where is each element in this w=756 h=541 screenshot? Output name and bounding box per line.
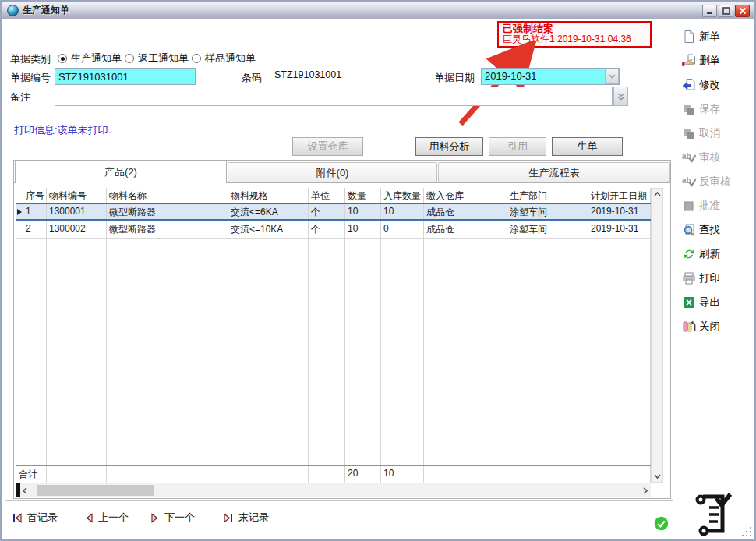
total-label: 合计 (16, 466, 47, 483)
horizontal-scroll-thumb[interactable] (37, 485, 154, 496)
cancel-button[interactable]: 取消 (682, 125, 752, 142)
selected-row-marker-icon (16, 204, 23, 219)
close-button[interactable] (735, 5, 750, 17)
first-record-icon (12, 513, 23, 523)
scroll-left-icon[interactable] (23, 487, 27, 494)
col-qty: 数量 (345, 188, 381, 203)
print-button[interactable]: 打印 (682, 270, 752, 287)
next-record-icon (150, 513, 160, 523)
new-doc-button[interactable]: 新单 (682, 28, 752, 45)
detail-panel: 产品(2) 附件(0) 生产流程表 序号 物料编号 物料名称 物料规格 单位 数… (13, 160, 671, 499)
client-area: 已强制结案 巨灵鸟软件1 2019-10-31 04:36 单据类别 生产通知单… (2, 19, 754, 539)
scroll-up-icon[interactable] (654, 192, 661, 196)
bottom-divider (5, 500, 673, 502)
total-in-qty: 10 (381, 466, 424, 483)
export-button[interactable]: 导出 (682, 294, 752, 311)
radio-rework-notice[interactable]: 返工通知单 (125, 51, 189, 65)
save-icon (682, 102, 696, 116)
scroll-down-icon[interactable] (654, 474, 661, 479)
stamp-status-text: 已强制结案 (503, 23, 646, 34)
date-dropdown-button[interactable] (605, 69, 619, 84)
excel-export-icon (682, 295, 696, 309)
vertical-scrollbar[interactable] (651, 188, 663, 483)
radio-circle (58, 54, 67, 63)
status-ok-icon (654, 516, 669, 531)
table-row[interactable]: 2 1300002 微型断路器 交流<=10KA 个 10 0 成品仓 涂塑车间… (16, 221, 651, 239)
save-button[interactable]: 保存 (682, 101, 752, 118)
refresh-button[interactable]: 刷新 (682, 246, 752, 263)
doc-no-input[interactable] (55, 68, 196, 85)
col-warehouse: 缴入仓库 (424, 188, 507, 203)
date-field[interactable]: 2019-10-31 (481, 68, 620, 85)
minimize-icon (706, 8, 713, 15)
modify-doc-icon (682, 78, 696, 92)
radio-sample-notice[interactable]: 样品通知单 (192, 51, 256, 65)
reverse-audit-button[interactable]: ab 反审核 (682, 173, 752, 190)
total-qty: 20 (345, 466, 381, 483)
approve-icon (682, 199, 696, 213)
scroll-right-icon[interactable] (643, 487, 648, 494)
remark-label: 备注 (10, 90, 30, 104)
table-total-row: 合计 20 10 (16, 465, 651, 483)
category-label: 单据类别 (10, 52, 51, 66)
radio-circle (192, 54, 201, 63)
tab-process-sheet[interactable]: 生产流程表 (438, 162, 670, 182)
close-doc-icon (682, 320, 696, 334)
find-button[interactable]: 查找 (682, 221, 752, 239)
audit-icon: ab (682, 150, 696, 164)
app-window: 生产通知单 已强制结案 巨灵鸟软件1 2019-10-31 04:36 单据类别… (0, 0, 756, 541)
toolbar-sidebar: 新单 删单 修改 保存 取消 ab 审核 ab (682, 28, 752, 335)
grid-empty-area (16, 239, 651, 465)
tab-products[interactable]: 产品(2) (15, 161, 227, 183)
col-plan-date: 计划开工日期 (588, 188, 651, 203)
col-seq: 序号 (23, 188, 47, 203)
table-row[interactable]: 1 1300001 微型断路器 交流<=6KA 个 10 10 成品仓 涂塑车间… (16, 203, 651, 221)
close-icon (739, 7, 747, 15)
previous-record-button[interactable]: 上一个 (84, 511, 129, 525)
refresh-icon (682, 247, 696, 261)
app-globe-icon (7, 5, 19, 16)
barcode-value: STZ191031001 (274, 69, 341, 80)
approve-button[interactable]: 批准 (682, 197, 752, 214)
double-chevron-down-icon (617, 93, 625, 101)
reference-button[interactable]: 引用 (489, 137, 546, 156)
reverse-audit-icon: ab (682, 175, 696, 189)
red-annotation-arrow (448, 41, 543, 130)
delete-doc-icon (682, 54, 696, 68)
next-record-button[interactable]: 下一个 (150, 511, 195, 525)
remark-input[interactable] (55, 87, 613, 106)
window-title: 生产通知单 (23, 4, 69, 17)
maximize-button[interactable] (719, 5, 733, 17)
material-analysis-button[interactable]: 用料分析 (415, 137, 483, 156)
modify-doc-button[interactable]: 修改 (682, 76, 752, 94)
print-info-text: 打印信息:该单未打印. (14, 123, 111, 137)
horizontal-scrollbar[interactable] (16, 483, 651, 497)
col-material-spec: 物料规格 (228, 188, 309, 203)
resize-grip[interactable] (741, 526, 751, 536)
title-bar: 生产通知单 (2, 2, 754, 19)
first-record-button[interactable]: 首记录 (12, 511, 58, 525)
create-order-button[interactable]: 生单 (552, 137, 623, 156)
cancel-icon (682, 126, 696, 140)
audit-button[interactable]: ab 审核 (682, 149, 752, 166)
printer-icon (682, 271, 696, 285)
doc-no-label: 单据编号 (10, 71, 51, 85)
col-dept: 生产部门 (507, 188, 588, 203)
scroll-edge-marker (16, 483, 20, 497)
remark-expand-button[interactable] (613, 87, 628, 106)
maximize-icon (722, 7, 730, 15)
col-unit: 单位 (309, 188, 345, 203)
last-record-icon (223, 513, 234, 523)
new-doc-icon (682, 30, 696, 44)
minimize-button[interactable] (702, 5, 717, 17)
previous-record-icon (84, 513, 94, 523)
radio-production-notice[interactable]: 生产通知单 (58, 51, 122, 65)
close-window-button[interactable]: 关闭 (682, 318, 752, 335)
delete-doc-button[interactable]: 删单 (682, 52, 752, 69)
set-warehouse-button[interactable]: 设置仓库 (292, 137, 363, 156)
tab-attachments[interactable]: 附件(0) (228, 162, 437, 182)
last-record-button[interactable]: 末记录 (223, 511, 269, 525)
search-icon (682, 223, 696, 237)
date-label: 单据日期 (434, 71, 475, 85)
app-scroll-logo-icon (693, 492, 733, 537)
